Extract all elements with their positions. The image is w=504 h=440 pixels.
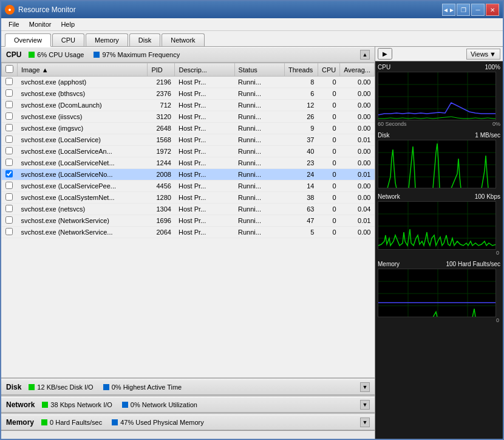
- nav-arrow-btn[interactable]: ▶: [378, 48, 392, 60]
- views-button[interactable]: Views ▼: [466, 49, 500, 60]
- disk-title: Disk: [6, 383, 21, 391]
- row-checkbox-cell[interactable]: [2, 111, 18, 123]
- col-desc[interactable]: Descrip...: [175, 63, 234, 77]
- row-checkbox-cell[interactable]: [2, 215, 18, 227]
- row-checkbox[interactable]: [5, 170, 13, 177]
- col-avg[interactable]: Averag...: [340, 63, 375, 77]
- horizontal-scrollbar[interactable]: [1, 430, 375, 439]
- network-section-header[interactable]: Network 38 Kbps Network I/O 0% Network U…: [1, 397, 375, 413]
- row-pid: 2008: [148, 169, 175, 180]
- cpu-title: CPU: [6, 50, 21, 59]
- row-avg: 0.00: [340, 146, 375, 157]
- col-cpu[interactable]: CPU: [318, 63, 339, 77]
- views-label: Views: [471, 50, 488, 58]
- memory-chart: [378, 269, 496, 317]
- row-checkbox[interactable]: [5, 216, 13, 224]
- row-checkbox[interactable]: [5, 182, 13, 189]
- col-threads[interactable]: Threads: [284, 63, 318, 77]
- row-status: Runni...: [234, 192, 284, 204]
- row-checkbox[interactable]: [5, 78, 13, 85]
- tab-disk[interactable]: Disk: [129, 33, 160, 46]
- row-avg: 0.01: [340, 134, 375, 146]
- row-cpu: 0: [318, 157, 339, 169]
- menu-help[interactable]: Help: [56, 19, 80, 29]
- row-pid: 2376: [148, 88, 175, 100]
- row-cpu: 0: [318, 77, 339, 88]
- table-row: svchost.exe (LocalServiceNo... 2008 Host…: [2, 169, 375, 180]
- menu-monitor[interactable]: Monitor: [24, 19, 56, 29]
- disk-chart-max: 1 MB/sec: [475, 132, 500, 139]
- row-status: Runni...: [234, 88, 284, 100]
- disk-chart: [378, 140, 496, 188]
- cpu-section-header[interactable]: CPU 6% CPU Usage 97% Maximum Frequency ▲: [1, 47, 375, 63]
- menu-file[interactable]: File: [4, 19, 24, 29]
- network-expand-btn[interactable]: ▼: [360, 400, 370, 410]
- row-checkbox-cell[interactable]: [2, 88, 18, 100]
- disk-expand-btn[interactable]: ▼: [360, 382, 370, 392]
- table-row: svchost.exe (LocalServiceNet... 1244 Hos…: [2, 157, 375, 169]
- row-checkbox-cell[interactable]: [2, 169, 18, 180]
- row-image: svchost.exe (DcomLaunch): [18, 100, 148, 111]
- row-checkbox[interactable]: [5, 112, 13, 120]
- row-cpu: 0: [318, 169, 339, 180]
- row-checkbox[interactable]: [5, 124, 13, 131]
- row-checkbox-cell[interactable]: [2, 146, 18, 157]
- process-table-container[interactable]: Image ▲ PID Descrip... Status Threads CP…: [1, 63, 375, 377]
- memory-used-dot: [112, 419, 118, 425]
- row-status: Runni...: [234, 134, 284, 146]
- row-cpu: 0: [318, 192, 339, 204]
- cpu-chart-label: CPU 100%: [378, 64, 500, 70]
- tab-overview[interactable]: Overview: [5, 33, 51, 47]
- row-checkbox-cell[interactable]: [2, 100, 18, 111]
- row-checkbox[interactable]: [5, 205, 13, 212]
- close-button[interactable]: ✕: [486, 4, 499, 16]
- row-checkbox[interactable]: [5, 101, 13, 108]
- row-checkbox-cell[interactable]: [2, 180, 18, 192]
- row-checkbox[interactable]: [5, 193, 13, 201]
- tab-memory[interactable]: Memory: [86, 33, 128, 46]
- cpu-seconds-label: 60 Seconds: [378, 121, 407, 127]
- row-checkbox[interactable]: [5, 228, 13, 235]
- col-status[interactable]: Status: [234, 63, 284, 77]
- table-row: svchost.exe (LocalService) 1568 Host Pr.…: [2, 134, 375, 146]
- main-content: CPU 6% CPU Usage 97% Maximum Frequency ▲: [1, 47, 503, 439]
- row-checkbox-cell[interactable]: [2, 157, 18, 169]
- table-row: svchost.exe (NetworkService) 1696 Host P…: [2, 215, 375, 227]
- row-pid: 1280: [148, 192, 175, 204]
- row-checkbox-cell[interactable]: [2, 77, 18, 88]
- network-chart-section: Network 100 Kbps 0: [375, 191, 503, 258]
- row-cpu: 0: [318, 111, 339, 123]
- memory-chart-max: 100 Hard Faults/sec: [446, 261, 501, 267]
- memory-section-header[interactable]: Memory 0 Hard Faults/sec 47% Used Physic…: [1, 414, 375, 430]
- row-checkbox[interactable]: [5, 159, 13, 166]
- row-checkbox[interactable]: [5, 89, 13, 97]
- row-desc: Host Pr...: [175, 134, 234, 146]
- cpu-chart-svg: [378, 72, 496, 120]
- col-image[interactable]: Image ▲: [18, 63, 148, 77]
- row-checkbox-cell[interactable]: [2, 204, 18, 215]
- row-pid: 712: [148, 100, 175, 111]
- row-desc: Host Pr...: [175, 169, 234, 180]
- minimize-button[interactable]: ─: [471, 4, 485, 16]
- row-desc: Host Pr...: [175, 88, 234, 100]
- row-desc: Host Pr...: [175, 111, 234, 123]
- disk-section-header[interactable]: Disk 12 KB/sec Disk I/O 0% Highest Activ…: [1, 379, 375, 395]
- cpu-section: Image ▲ PID Descrip... Status Threads CP…: [1, 63, 375, 377]
- cpu-pct-label: 0%: [492, 121, 500, 127]
- col-check[interactable]: [2, 63, 18, 77]
- select-all-checkbox[interactable]: [5, 65, 13, 73]
- tab-cpu[interactable]: CPU: [52, 33, 84, 46]
- memory-expand-btn[interactable]: ▼: [360, 418, 370, 427]
- row-checkbox-cell[interactable]: [2, 123, 18, 134]
- col-pid[interactable]: PID: [148, 63, 175, 77]
- nav-button[interactable]: ◄►: [442, 4, 455, 16]
- cpu-expand-btn[interactable]: ▲: [360, 50, 370, 60]
- row-checkbox-cell[interactable]: [2, 134, 18, 146]
- row-checkbox[interactable]: [5, 136, 13, 143]
- row-checkbox-cell[interactable]: [2, 192, 18, 204]
- row-checkbox[interactable]: [5, 147, 13, 154]
- maximize-button[interactable]: ❐: [457, 4, 470, 16]
- row-checkbox-cell[interactable]: [2, 227, 18, 238]
- tab-network[interactable]: Network: [162, 33, 204, 46]
- row-desc: Host Pr...: [175, 77, 234, 88]
